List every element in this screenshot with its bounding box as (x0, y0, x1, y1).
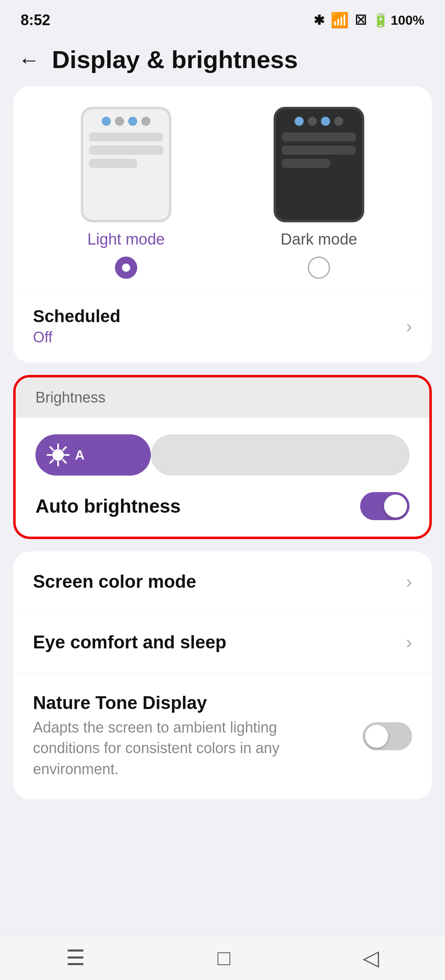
svg-line-5 (50, 447, 53, 450)
dark-mode-mockup (274, 107, 364, 222)
settings-list-card: Screen color mode › Eye comfort and slee… (13, 551, 432, 799)
brightness-card: Brightness (13, 375, 432, 539)
back-nav-icon[interactable]: ◁ (363, 945, 379, 970)
nature-tone-toggle[interactable] (363, 722, 412, 750)
sun-rays (46, 443, 70, 467)
nature-tone-title: Nature Tone Display (33, 693, 363, 713)
light-mode-label: Light mode (87, 231, 165, 248)
scheduled-row[interactable]: Scheduled Off › (13, 291, 432, 363)
theme-mode-card: Light mode Dark mode (13, 86, 432, 363)
battery-x-icon: ☒ (355, 12, 367, 28)
battery-icon: 🔋 100% (372, 12, 424, 28)
light-mode-option[interactable]: Light mode (30, 107, 222, 279)
home-nav-icon[interactable]: □ (218, 945, 230, 970)
brightness-slider-row[interactable]: A (35, 434, 410, 476)
screen-color-mode-item[interactable]: Screen color mode › (13, 551, 432, 612)
scheduled-chevron: › (406, 316, 412, 337)
svg-line-7 (63, 447, 66, 450)
scheduled-text: Scheduled Off (33, 306, 120, 346)
svg-point-0 (52, 449, 64, 461)
brightness-section-label: Brightness (16, 377, 429, 418)
brightness-slider-track[interactable] (151, 434, 410, 476)
dark-mode-option[interactable]: Dark mode (222, 107, 415, 279)
svg-line-8 (50, 460, 53, 463)
bluetooth-icon: ✱ (314, 12, 325, 28)
eye-comfort-left: Eye comfort and sleep (33, 632, 406, 653)
brightness-body: A Auto brightness (16, 418, 429, 537)
auto-brightness-row[interactable]: Auto brightness (35, 492, 410, 520)
back-button[interactable]: ← (18, 49, 40, 71)
light-mode-radio[interactable] (115, 257, 137, 279)
auto-brightness-indicator: A (75, 448, 84, 463)
nav-bar: ☰ □ ◁ (0, 935, 445, 980)
menu-nav-icon[interactable]: ☰ (66, 945, 85, 970)
dark-mode-radio[interactable] (308, 257, 330, 279)
status-bar: 8:52 ✱ 📶 ☒ 🔋 100% (0, 0, 445, 33)
time: 8:52 (21, 12, 50, 29)
light-mode-mockup (81, 107, 171, 222)
svg-line-6 (63, 460, 66, 463)
nature-tone-desc: Adapts the screen to ambient lighting co… (33, 717, 321, 780)
nature-tone-item: Nature Tone Display Adapts the screen to… (13, 673, 432, 799)
screen-color-mode-left: Screen color mode (33, 571, 406, 592)
scheduled-title: Scheduled (33, 306, 120, 326)
dark-mode-label: Dark mode (281, 231, 357, 248)
brightness-slider-handle[interactable]: A (35, 434, 151, 476)
scheduled-value: Off (33, 329, 120, 346)
wifi-icon: 📶 (330, 12, 349, 29)
sun-icon (44, 441, 73, 469)
auto-brightness-label: Auto brightness (35, 495, 181, 517)
screen-color-mode-chevron: › (406, 571, 412, 592)
page-title: Display & brightness (52, 45, 298, 74)
auto-brightness-toggle[interactable] (360, 492, 410, 520)
nature-tone-toggle-knob (365, 725, 388, 748)
eye-comfort-title: Eye comfort and sleep (33, 632, 406, 653)
nature-tone-left: Nature Tone Display Adapts the screen to… (33, 693, 363, 780)
eye-comfort-chevron: › (406, 632, 412, 653)
eye-comfort-item[interactable]: Eye comfort and sleep › (13, 612, 432, 673)
theme-selector: Light mode Dark mode (13, 86, 432, 291)
status-icons: ✱ 📶 ☒ 🔋 100% (314, 12, 424, 29)
screen-color-mode-title: Screen color mode (33, 571, 406, 592)
toggle-knob (384, 495, 407, 518)
header: ← Display & brightness (0, 33, 445, 86)
